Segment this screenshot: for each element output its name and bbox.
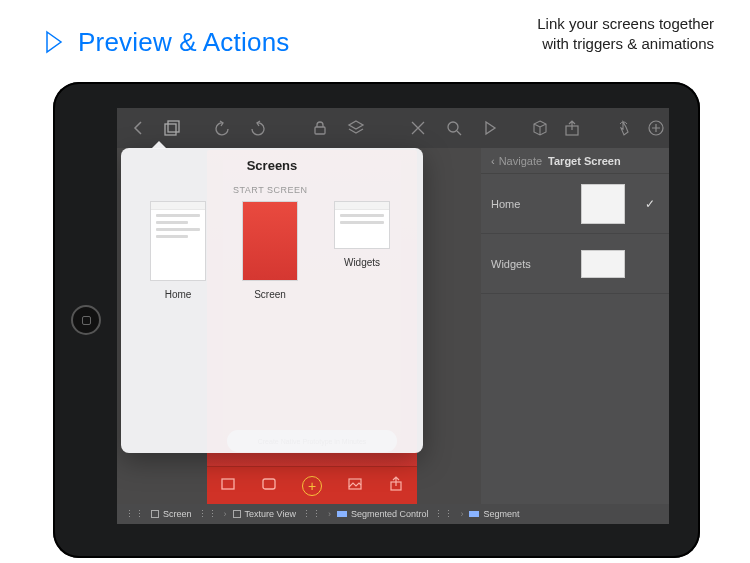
svg-rect-8 (349, 479, 361, 489)
marketing-header: Preview & Actions Link your screens toge… (0, 0, 750, 70)
cube-icon[interactable] (531, 119, 549, 137)
popover-item-label: Screen (231, 289, 309, 300)
svg-rect-0 (165, 124, 176, 135)
grip-icon[interactable]: ⋮⋮ (125, 509, 145, 519)
play-icon[interactable] (481, 119, 499, 137)
rp-title: Target Screen (548, 155, 621, 167)
breadcrumb-item[interactable]: Segment (469, 509, 519, 519)
breadcrumb-item[interactable]: Texture View (233, 509, 296, 519)
rp-row-label: Widgets (491, 258, 531, 270)
breadcrumb-bar: ⋮⋮ Screen ⋮⋮› Texture View ⋮⋮› Segmented… (117, 504, 669, 524)
rp-back-label: Navigate (499, 155, 542, 167)
rp-row-label: Home (491, 198, 520, 210)
check-icon: ✓ (645, 197, 655, 211)
popover-item-label: Widgets (323, 257, 401, 268)
svg-rect-6 (222, 479, 234, 489)
canvas-bottom-toolbar: + (207, 466, 417, 504)
add-icon[interactable] (647, 119, 665, 137)
tap-icon[interactable] (615, 119, 633, 137)
search-icon[interactable] (445, 119, 463, 137)
popover-item-widgets[interactable]: Widgets (323, 201, 401, 300)
app-toolbar (117, 108, 669, 148)
layers-icon[interactable] (347, 119, 365, 137)
popover-title: Screens (121, 148, 423, 185)
canvas-add-icon[interactable]: + (302, 476, 322, 496)
right-panel: ‹ Navigate Target Screen Home ✓ Widgets … (481, 148, 669, 504)
thumbnail (334, 201, 390, 249)
breadcrumb-item[interactable]: Screen (151, 509, 192, 519)
thumbnail (150, 201, 206, 281)
back-icon[interactable] (129, 119, 147, 137)
marketing-sub-1: Link your screens together (537, 14, 714, 34)
thumbnail (242, 201, 298, 281)
play-outline-icon (44, 30, 64, 54)
share-icon[interactable] (563, 119, 581, 137)
marketing-sub-2: with triggers & animations (537, 34, 714, 54)
image-icon[interactable] (347, 476, 363, 496)
chevron-left-icon: ‹ (491, 155, 495, 167)
lock-icon[interactable] (311, 119, 329, 137)
popover-item-label: Home (139, 289, 217, 300)
popover-section-label: START SCREEN (121, 185, 423, 201)
card-icon[interactable] (261, 476, 277, 496)
thumbnail (581, 250, 625, 278)
svg-point-3 (448, 122, 458, 132)
undo-icon[interactable] (213, 119, 231, 137)
popover-item-home[interactable]: Home (139, 201, 217, 300)
app-screen: Create Native Prototype in Minutes + ‹ N… (117, 108, 669, 524)
rp-row-home[interactable]: Home ✓ (481, 174, 669, 234)
breadcrumb-item[interactable]: Segmented Control (337, 509, 429, 519)
device-frame: Create Native Prototype in Minutes + ‹ N… (53, 82, 700, 558)
svg-rect-1 (168, 121, 179, 132)
screens-icon[interactable] (163, 119, 181, 137)
rect-icon[interactable] (220, 476, 236, 496)
svg-rect-7 (263, 479, 275, 489)
right-panel-header[interactable]: ‹ Navigate Target Screen (481, 148, 669, 174)
device-home-button (71, 305, 101, 335)
thumbnail (581, 184, 625, 224)
rp-row-widgets[interactable]: Widgets ✓ (481, 234, 669, 294)
shuffle-icon[interactable] (409, 119, 427, 137)
marketing-title: Preview & Actions (78, 27, 290, 58)
redo-icon[interactable] (249, 119, 267, 137)
export-icon[interactable] (388, 476, 404, 496)
svg-rect-2 (315, 127, 325, 134)
screens-popover: Screens START SCREEN Home Screen (121, 148, 423, 453)
popover-item-screen[interactable]: Screen (231, 201, 309, 300)
